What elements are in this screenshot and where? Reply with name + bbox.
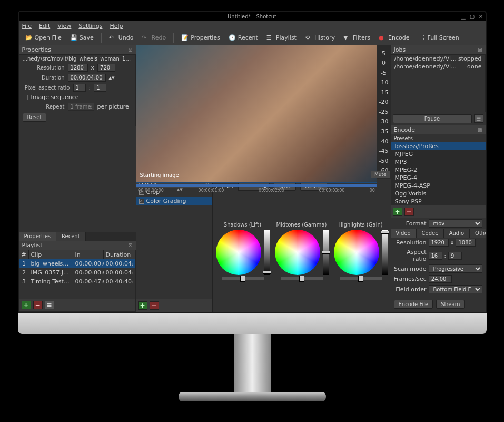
highlights-color-wheel[interactable]: [334, 230, 379, 275]
remove-filter-button[interactable]: −: [150, 301, 159, 310]
highlights-hslider[interactable]: [340, 277, 382, 280]
open-file-button[interactable]: 📂Open File: [22, 33, 65, 43]
filters-button[interactable]: ▼Filters: [340, 33, 373, 43]
tab-other[interactable]: Other: [470, 229, 485, 238]
mute-button[interactable]: Mute: [371, 171, 390, 178]
image-sequence-checkbox[interactable]: [23, 95, 28, 100]
field-order-select[interactable]: Bottom Field First: [429, 285, 482, 293]
stepper-icon[interactable]: ▴▾: [109, 74, 115, 81]
par-b-input[interactable]: [94, 84, 106, 92]
res-width-input[interactable]: [68, 64, 88, 72]
preset-item[interactable]: MP3: [391, 158, 486, 166]
preset-item[interactable]: MPEG-4: [391, 174, 486, 182]
enc-res-w-input[interactable]: [429, 239, 449, 247]
stream-button[interactable]: Stream: [436, 300, 465, 309]
encode-button[interactable]: ●Encode: [375, 33, 412, 43]
playlist-button[interactable]: ☰Playlist: [263, 33, 300, 43]
close-icon[interactable]: ⊠: [128, 47, 132, 53]
add-filter-button[interactable]: +: [138, 301, 147, 310]
presets-list[interactable]: lossless/ProRes MJPEG MP3 MPEG-2 MPEG-4 …: [391, 142, 486, 205]
resolution-label: Resolution: [23, 65, 65, 71]
menu-button[interactable]: ≡: [45, 301, 54, 309]
playlist-row[interactable]: 1blg_wheels_...00:00:00:0000:00:04:00: [19, 259, 135, 268]
enc-scan-label: Scan mode: [394, 266, 427, 272]
checkbox-icon[interactable]: ✓: [139, 199, 144, 204]
shadows-color-wheel[interactable]: [216, 230, 261, 275]
playlist-row[interactable]: 2IMG_0357.JPG00:00:00:0000:00:04:00: [19, 268, 135, 277]
presets-label: Presets: [391, 134, 486, 142]
format-select[interactable]: mov: [429, 219, 482, 228]
midtones-luma-slider[interactable]: [323, 230, 329, 275]
menu-file[interactable]: File: [22, 23, 32, 30]
tab-video[interactable]: Video: [391, 229, 417, 238]
preset-item[interactable]: Sony-PSP: [391, 198, 486, 205]
duration-input[interactable]: [68, 74, 106, 82]
enc-asp-a-input[interactable]: [429, 252, 442, 260]
minimize-icon[interactable]: ▁: [461, 14, 466, 19]
enc-aspect-label: Aspect ratio: [394, 249, 427, 262]
job-row[interactable]: /home/ddennedy/Videos/test.movdone: [391, 63, 485, 71]
par-label: Pixel aspect ratio: [23, 85, 70, 91]
duration-label: Duration: [23, 75, 65, 81]
close-icon[interactable]: ✕: [479, 14, 483, 19]
preset-item[interactable]: MPEG-2: [391, 166, 486, 174]
menu-settings[interactable]: Settings: [78, 23, 102, 30]
tab-codec[interactable]: Codec: [417, 229, 444, 238]
save-button[interactable]: 💾Save: [67, 33, 97, 43]
remove-button[interactable]: −: [33, 301, 43, 309]
preset-item[interactable]: Ogg Vorbis: [391, 190, 486, 198]
undo-button[interactable]: ↶Undo: [106, 33, 137, 43]
reset-button[interactable]: Reset: [23, 113, 47, 122]
playlist-panel-title: Playlist⊠: [19, 241, 136, 250]
preset-item[interactable]: MPEG-4-ASP: [391, 182, 486, 190]
midtones-color-wheel[interactable]: [275, 230, 320, 275]
history-button[interactable]: ⟲History: [302, 33, 338, 43]
preset-item[interactable]: MJPEG: [391, 150, 486, 158]
preset-item[interactable]: lossless/ProRes: [391, 142, 486, 150]
redo-button[interactable]: ↷Redo: [139, 33, 170, 43]
tab-recent[interactable]: Recent: [56, 232, 86, 241]
enc-resolution-label: Resolution: [394, 239, 427, 246]
shadows-hslider[interactable]: [222, 277, 264, 280]
job-row[interactable]: /home/ddennedy/Videos/test.movstopped: [391, 55, 485, 63]
format-label: Format: [394, 220, 427, 227]
close-icon[interactable]: ⊠: [128, 242, 132, 248]
pause-button[interactable]: Pause: [393, 114, 472, 123]
menu-help[interactable]: Help: [110, 23, 123, 30]
enc-field-label: Field order: [394, 286, 427, 293]
midtones-label: Midtones (Gamma): [276, 222, 327, 228]
res-height-input[interactable]: [97, 64, 115, 72]
shadows-luma-slider[interactable]: [264, 230, 270, 275]
tab-audio[interactable]: Audio: [444, 229, 470, 238]
close-icon[interactable]: ⊠: [478, 47, 482, 53]
add-button[interactable]: +: [22, 301, 31, 309]
enc-asp-b-input[interactable]: [448, 252, 462, 260]
jobs-panel-title: Jobs⊠: [391, 45, 486, 54]
filter-item-color-grading[interactable]: ✓Color Grading: [136, 197, 212, 205]
redo-icon: ↷: [142, 34, 150, 42]
close-icon[interactable]: ⊠: [478, 127, 482, 133]
recent-button[interactable]: 🕓Recent: [225, 33, 261, 43]
enc-res-h-input[interactable]: [456, 239, 476, 247]
menu-edit[interactable]: Edit: [39, 23, 50, 30]
midtones-hslider[interactable]: [281, 277, 323, 280]
maximize-icon[interactable]: ▢: [470, 14, 475, 19]
fps-input[interactable]: [429, 275, 452, 283]
repeat-input[interactable]: [68, 103, 94, 111]
properties-button[interactable]: 📝Properties: [178, 33, 223, 43]
timeline[interactable]: 00:00:00:00 00:00:01:00 00:00:02:00 00:0…: [136, 182, 377, 183]
add-preset-button[interactable]: +: [393, 208, 402, 216]
preview-viewport[interactable]: Starting image: [136, 45, 377, 182]
remove-preset-button[interactable]: −: [404, 208, 414, 216]
scan-mode-select[interactable]: Progressive: [429, 264, 482, 273]
tab-properties[interactable]: Properties: [19, 232, 57, 241]
jobs-menu-button[interactable]: ≡: [474, 114, 483, 123]
playlist-row[interactable]: 3Timing Testsl...00:00:47:0800:40:40:08: [19, 277, 135, 286]
menu-view[interactable]: View: [57, 23, 71, 30]
playlist-icon: ☰: [266, 34, 274, 42]
file-path: ...nedy/src/movit/blg_wheels_woman_1.jpg: [23, 56, 132, 62]
par-a-input[interactable]: [73, 84, 86, 92]
highlights-luma-slider[interactable]: [382, 230, 388, 275]
encode-file-button[interactable]: Encode File: [394, 300, 433, 309]
fullscreen-button[interactable]: ⛶Full Screen: [415, 33, 462, 43]
